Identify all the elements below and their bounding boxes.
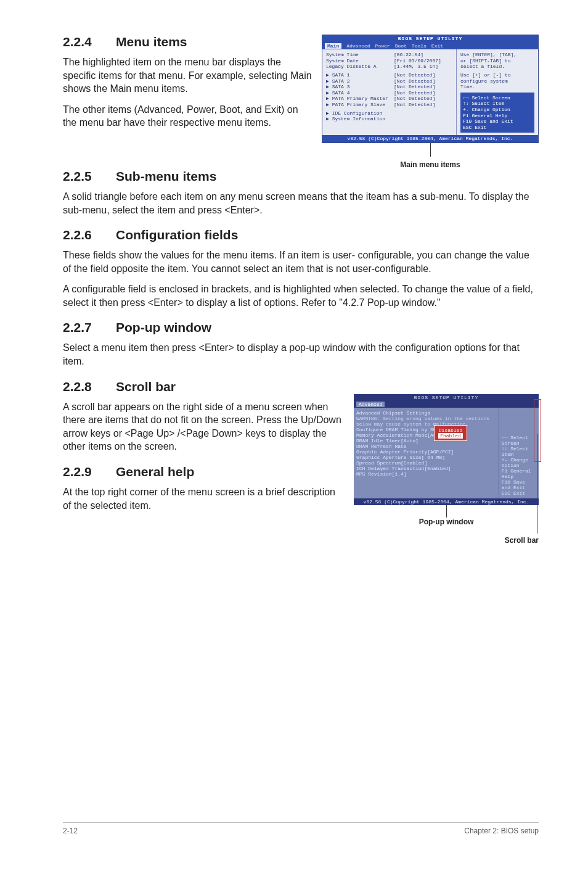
bios1-key6: ESC Exit: [463, 125, 532, 131]
bios2-key1: ←→ Select Screen: [502, 435, 536, 446]
bios1-sata1-v: [Not Detected]: [394, 72, 452, 78]
bios1-sysinfo-k: ▶ System Information: [326, 116, 394, 122]
heading-227: 2.2.7Pop-up window: [63, 320, 539, 335]
bios1-tab-exit: Exit: [431, 43, 443, 49]
bios1-titlebar: BIOS SETUP UTILITY: [322, 35, 538, 43]
bios1-help-l5: configure system: [460, 78, 534, 85]
popup-pointer: [446, 505, 447, 518]
bios1-right: Use [ENTER], [TAB], or [SHIFT-TAB] to se…: [457, 49, 538, 135]
bios2-header: Advanced Chipset Settings: [356, 410, 496, 416]
bios2-titlebar: BIOS SETUP UTILITY: [354, 394, 539, 401]
fig1-pointer: [430, 143, 431, 157]
bios1-help-l2: or [SHIFT-TAB] to: [460, 58, 534, 64]
bios1-patas-k: ▶ PATA Primary Slave: [326, 102, 394, 108]
bios2-popup-opt2: Enabled: [438, 433, 463, 439]
bios1-help-l1: Use [ENTER], [TAB],: [460, 52, 534, 58]
bios1-tabs: MainAdvancedPowerBootToolsExit: [322, 43, 538, 50]
bios1-patam-v: [Not Detected]: [394, 96, 452, 102]
bios1-sata1-k: ▶ SATA 1: [326, 72, 394, 78]
bios2-foot: v02.58 (C)Copyright 1985-2004, American …: [354, 498, 539, 505]
bios1-tab-boot: Boot: [395, 43, 407, 49]
bios1-sata4-v: [Not Detected]: [394, 90, 452, 96]
bios1-tab-tools: Tools: [412, 43, 427, 49]
para-226a: These fields show the values for the men…: [63, 249, 539, 275]
bios1-date-v: [Fri 03/09/2007]: [394, 58, 452, 64]
bios2-key4: F1 General Help: [502, 468, 536, 479]
bios2-popup: Disabled Enabled: [434, 425, 467, 441]
bios2-r8k: ICH Delayed Transaction: [356, 466, 424, 471]
bios1-time-v: [06:22:54]: [394, 52, 452, 58]
heading-229-num: 2.2.9: [63, 464, 116, 479]
fig1-caption: Main menu items: [322, 160, 539, 169]
heading-229-title: General help: [116, 464, 194, 479]
bios1-patas-v: [Not Detected]: [394, 102, 452, 108]
heading-227-num: 2.2.7: [63, 320, 116, 335]
bios1-patam-k: ▶ PATA Primary Master: [326, 96, 394, 102]
heading-225-title: Sub-menu items: [116, 169, 216, 183]
scroll-pointer: [537, 434, 537, 534]
para-228: A scroll bar appears on the right side o…: [63, 400, 344, 453]
bios2-r4k: DRAM Refresh Rate: [356, 444, 407, 449]
heading-227-title: Pop-up window: [116, 320, 211, 334]
scroll-bar-highlight: [534, 399, 541, 462]
heading-226: 2.2.6Configuration fields: [63, 228, 539, 242]
bios2-r1k: Configure DRAM Timing by SPD: [356, 427, 439, 432]
heading-225-num: 2.2.5: [63, 169, 116, 184]
fig2-caption-scroll: Scroll bar: [354, 536, 539, 545]
bios1-tab-advanced: Advanced: [346, 43, 370, 49]
heading-226-title: Configuration fields: [116, 228, 238, 242]
bios1-key1: ←→ Select Screen: [463, 95, 532, 101]
bios1-tab-power: Power: [375, 43, 390, 49]
bios1-key4: F1 General Help: [463, 113, 532, 119]
page-footer: 2-12 Chapter 2: BIOS setup: [63, 822, 539, 835]
bios1-key5: F10 Save and Exit: [463, 118, 532, 125]
bios2-tabs: Advanced: [354, 401, 539, 408]
para-226b: A configurable field is enclosed in brac…: [63, 283, 539, 309]
bios2-popup-opt1: Disabled: [438, 427, 463, 433]
bios2-key6: ESC Exit: [502, 490, 536, 496]
bios2-left: Advanced Chipset Settings WARNING: Setti…: [354, 408, 499, 498]
bios2-r5k: Graphic Adapter Priority: [356, 449, 427, 455]
bios1-sata2-v: [Not Detected]: [394, 78, 452, 85]
para-229: At the top right corner of the menu scre…: [63, 485, 344, 512]
bios2-r8v: [Enabled]: [424, 466, 451, 471]
bios2-r6v: [ 64 MB]: [422, 455, 445, 460]
bios1-left: System Time[06:22:54] System Date[Fri 03…: [322, 49, 457, 135]
bios2-warn: WARNING: Setting wrong values in the sec…: [356, 416, 496, 427]
footer-right: Chapter 2: BIOS setup: [464, 827, 539, 835]
bios1-time-k: System Time: [326, 52, 394, 58]
bios2-right: ←→ Select Screen ↑↓ Select Item +- Chang…: [499, 408, 539, 498]
para-225: A solid triangle before each item on any…: [63, 190, 539, 217]
heading-228-title: Scroll bar: [116, 379, 176, 394]
bios1-help-l4: Use [+] or [-] to: [460, 72, 534, 78]
bios1-sata3-k: ▶ SATA 3: [326, 84, 394, 90]
bios1-tab-main: Main: [325, 43, 341, 49]
bios2-r6k: Graphics Aperture Size: [356, 455, 422, 460]
heading-224: 2.2.4Menu items: [63, 35, 312, 49]
para-224a: The highlighted item on the menu bar dis…: [63, 56, 312, 96]
heading-228-num: 2.2.8: [63, 379, 116, 394]
bios1-ide-k: ▶ IDE Configuration: [326, 110, 394, 117]
bios1-help-l3: select a field.: [460, 64, 534, 70]
heading-228: 2.2.8Scroll bar: [63, 379, 344, 394]
para-227: Select a menu item then press <Enter> to…: [63, 341, 539, 368]
heading-226-num: 2.2.6: [63, 228, 116, 242]
bios2-r3k: DRAM Idle Timer: [356, 438, 401, 444]
bios1-key2: ↑↓ Select Item: [463, 101, 532, 107]
heading-224-num: 2.2.4: [63, 35, 116, 49]
heading-225: 2.2.5Sub-menu items: [63, 169, 539, 184]
bios2-key5: F10 Save and Exit: [502, 479, 536, 490]
heading-224-title: Menu items: [116, 35, 187, 49]
bios2-r7k: Spread Spectrum: [356, 460, 401, 466]
bios1-help-l6: Time.: [460, 84, 534, 90]
bios1-foot: v02.58 (C)Copyright 1985-2004, American …: [322, 135, 538, 142]
bios1-floppy-k: Legacy Diskette A: [326, 64, 394, 70]
bios-figure-2: BIOS SETUP UTILITY Advanced Advanced Chi…: [354, 394, 539, 505]
bios1-sata4-k: ▶ SATA 4: [326, 90, 394, 96]
bios2-r3v: [Auto]: [401, 438, 419, 444]
bios1-key3: +- Change Option: [463, 107, 532, 113]
bios2-r2k: Memory Acceleration Mode: [356, 432, 427, 438]
heading-229: 2.2.9General help: [63, 464, 344, 479]
bios2-r5v: [AGP/PCI]: [427, 449, 454, 455]
bios-figure-1: BIOS SETUP UTILITY MainAdvancedPowerBoot…: [322, 35, 539, 143]
